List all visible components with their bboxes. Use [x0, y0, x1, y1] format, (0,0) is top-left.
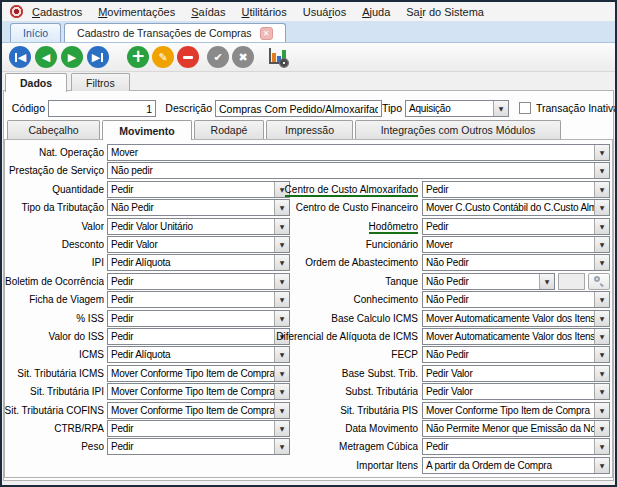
field-select-value: Pedir Valor [108, 237, 274, 252]
field-select-prestacao-de-servico[interactable]: Não pedir▼ [107, 162, 610, 179]
field-select-funcionario[interactable]: Mover▼ [422, 236, 610, 253]
field-label-text: Metragem Cúbica [339, 441, 418, 452]
field-select-data-movimento[interactable]: Não Permite Menor que Emissão da Nota▼ [422, 420, 610, 437]
field-label-valor-do-iss: Valor do ISS [4, 328, 104, 345]
dropdown-arrow-icon[interactable]: ▼ [594, 145, 609, 160]
field-label-centro-de-custo-financeiro: Centro de Custo Financeiro [268, 199, 418, 216]
dropdown-arrow-icon[interactable]: ▼ [594, 403, 609, 418]
field-select-valor[interactable]: Pedir Valor Unitário▼ [107, 218, 290, 235]
dropdown-arrow-icon[interactable]: ▼ [594, 182, 609, 197]
field-label-text: Sit. Tributária PIS [340, 405, 418, 416]
field-label-text: Sit. Tributária IPI [30, 386, 104, 397]
field-select-hodometro[interactable]: Pedir▼ [422, 218, 610, 235]
field-select-base-calculo-icms[interactable]: Mover Automaticamente Valor dos Itens▼ [422, 310, 610, 327]
field-label-sit-tributaria-ipi: Sit. Tributária IPI [4, 383, 104, 400]
field-select-value: Pedir Valor [423, 384, 594, 399]
field-select-tipo-da-tributacao[interactable]: Não Pedir▼ [107, 199, 290, 216]
field-select-subst-tributaria[interactable]: Pedir Valor▼ [422, 383, 610, 400]
field-select-ipi[interactable]: Pedir Alíquota▼ [107, 254, 290, 271]
field-select-value: Pedir [423, 182, 594, 197]
field-select-conhecimento[interactable]: Não Pedir▼ [422, 291, 610, 308]
field-select-value: Não Pedir [423, 255, 594, 270]
field-label-text: Centro de Custo Financeiro [296, 202, 418, 213]
field-select-nat-operacao[interactable]: Mover▼ [107, 144, 610, 161]
field-label-text: Tanque [385, 276, 418, 287]
field-select-sit-tributaria-cofins[interactable]: Mover Conforme Tipo Item de Compra▼ [107, 402, 290, 419]
dropdown-arrow-icon[interactable]: ▼ [594, 255, 609, 270]
field-label-text: Diferencial de Alíquota de ICMS [276, 331, 418, 342]
field-label-prestacao-de-servico: Prestação de Serviço [4, 162, 104, 179]
dropdown-arrow-icon[interactable]: ▼ [594, 163, 609, 178]
field-label-sit-tributaria-pis: Sit. Tributária PIS [268, 402, 418, 419]
dropdown-arrow-icon[interactable]: ▼ [594, 366, 609, 381]
dropdown-arrow-icon[interactable]: ▼ [594, 458, 609, 473]
field-select-value: Pedir Alíquota [108, 347, 274, 362]
field-select-importar-itens[interactable]: A partir da Ordem de Compra▼ [422, 457, 610, 474]
dropdown-arrow-icon[interactable]: ▼ [594, 329, 609, 344]
dropdown-arrow-icon[interactable]: ▼ [594, 421, 609, 436]
field-select-value: Pedir Valor Unitário [108, 219, 274, 234]
field-select-value: Mover Automaticamente Valor dos Itens [423, 329, 594, 344]
field-select-value: Pedir [423, 219, 594, 234]
dropdown-arrow-icon[interactable]: ▼ [594, 439, 609, 454]
field-label-text: Quantidade [52, 184, 104, 195]
field-label-iss: % ISS [4, 310, 104, 327]
tab-integracoes-com-outros-modulos[interactable]: Integrações com Outros Módulos [355, 120, 561, 139]
field-label-text: Sit. Tributária ICMS [17, 368, 104, 379]
search-icon [594, 276, 605, 287]
field-select-sit-tributaria-pis[interactable]: Mover Conforme Tipo Item de Compra▼ [422, 402, 610, 419]
dropdown-arrow-icon[interactable]: ▼ [594, 384, 609, 399]
field-select-fecp[interactable]: Não Pedir▼ [422, 346, 610, 363]
field-select-base-subst-trib[interactable]: Pedir Valor▼ [422, 365, 610, 382]
tab-impressao[interactable]: Impressão [266, 120, 353, 139]
field-select-value: Mover [108, 145, 594, 160]
field-label-desconto: Desconto [4, 236, 104, 253]
field-label-text: Hodômetro [369, 221, 418, 234]
dropdown-arrow-icon[interactable]: ▼ [539, 274, 554, 289]
dropdown-arrow-icon[interactable]: ▼ [594, 311, 609, 326]
field-select-value: Não pedir [108, 163, 594, 178]
dropdown-arrow-icon[interactable]: ▼ [594, 200, 609, 215]
field-select-icms[interactable]: Pedir Alíquota▼ [107, 346, 290, 363]
dropdown-arrow-icon[interactable]: ▼ [594, 292, 609, 307]
field-select-ficha-de-viagem[interactable]: Pedir▼ [107, 291, 290, 308]
field-select-centro-de-custo-financeiro[interactable]: Mover C.Custo Contábil do C.Custo Almox▼ [422, 199, 610, 216]
tab-dados[interactable]: Dados [5, 73, 67, 92]
field-select-tanque[interactable]: Não Pedir▼ [422, 273, 555, 290]
view-tabstrip: DadosFiltros [5, 73, 134, 91]
tanque-search-button[interactable] [588, 273, 610, 290]
dropdown-arrow-icon[interactable]: ▼ [594, 219, 609, 234]
tab-cabecalho[interactable]: Cabeçalho [7, 120, 100, 139]
field-select-value: A partir da Ordem de Compra [423, 458, 594, 473]
field-label-fecp: FECP [268, 346, 418, 363]
section-tabstrip: CabeçalhoMovimentoRodapéImpressãoIntegra… [7, 120, 563, 140]
tanque-code-field[interactable] [558, 273, 585, 290]
tab-filtros[interactable]: Filtros [71, 73, 130, 91]
field-select-value: Não Pedir [423, 292, 594, 307]
field-select-sit-tributaria-ipi[interactable]: Mover Conforme Tipo Item de Compra▼ [107, 383, 290, 400]
field-label-text: Desconto [62, 239, 104, 250]
field-select-peso[interactable]: Pedir▼ [107, 438, 290, 455]
field-select-value: Pedir [108, 439, 274, 454]
field-label-data-movimento: Data Movimento [268, 420, 418, 437]
field-select-value: Pedir [108, 292, 274, 307]
field-label-ficha-de-viagem: Ficha de Viagem [4, 291, 104, 308]
field-select-quantidade[interactable]: Pedir▼ [107, 181, 290, 198]
field-select-valor-do-iss[interactable]: Pedir▼ [107, 328, 290, 345]
field-select-diferencial-de-aliquota-de-icms[interactable]: Mover Automaticamente Valor dos Itens▼ [422, 328, 610, 345]
field-select-ctrb-rpa[interactable]: Pedir▼ [107, 420, 290, 437]
tab-movimento[interactable]: Movimento [102, 120, 192, 140]
field-select-boletim-de-ocorrencia[interactable]: Pedir▼ [107, 273, 290, 290]
field-select-metragem-cubica[interactable]: Pedir▼ [422, 438, 610, 455]
field-label-text: CTRB/RPA [54, 423, 104, 434]
field-select-iss[interactable]: Pedir▼ [107, 310, 290, 327]
field-select-centro-de-custo-almoxarifado[interactable]: Pedir▼ [422, 181, 610, 198]
dropdown-arrow-icon[interactable]: ▼ [594, 347, 609, 362]
field-select-ordem-de-abastecimento[interactable]: Não Pedir▼ [422, 254, 610, 271]
field-select-desconto[interactable]: Pedir Valor▼ [107, 236, 290, 253]
dropdown-arrow-icon[interactable]: ▼ [594, 237, 609, 252]
field-label-text: Prestação de Serviço [9, 165, 104, 176]
field-select-sit-tributaria-icms[interactable]: Mover Conforme Tipo Item de Compra▼ [107, 365, 290, 382]
field-label-text: Funcionário [366, 239, 418, 250]
tab-rodape[interactable]: Rodapé [194, 120, 264, 139]
